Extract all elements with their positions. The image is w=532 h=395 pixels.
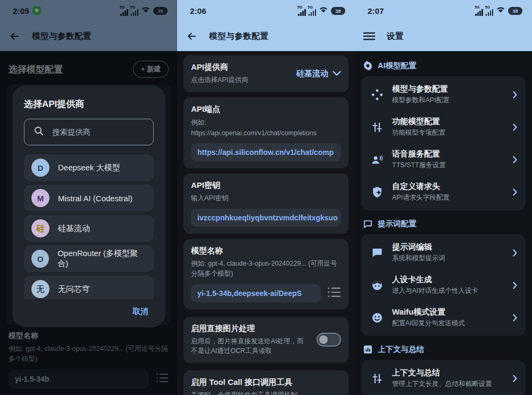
image-processing-title: 启用直接图片处理: [191, 324, 310, 334]
settings-item-custom-headers[interactable]: 自定义请求头 API请求头字段配置: [361, 176, 526, 208]
settings-item-waifu-mode[interactable]: Waifu模式设置 配置AI回复分句发送模式: [361, 301, 526, 334]
provider-picker-dialog: 选择API提供商 搜索提供商 D Deepseek 大模型 M Mistral …: [12, 85, 165, 327]
item-subtitle: 系统和模型提示词: [392, 254, 504, 263]
provider-name: OpenRouter (多模型聚合): [57, 249, 146, 269]
status-time: 2:06: [190, 6, 206, 15]
signal-icon-sim2: 5G: [309, 6, 317, 16]
chevron-right-icon: [513, 249, 517, 257]
chevron-down-icon: [332, 71, 341, 76]
provider-select[interactable]: 硅基流动: [296, 69, 341, 79]
page-title: 模型与参数配置: [209, 31, 269, 42]
provider-name: 无问芯穹: [58, 284, 90, 294]
api-endpoint-input[interactable]: https://api.siliconflow.cn/v1/chat/comp: [191, 143, 341, 161]
status-bar: 2:06 5G 5G 38: [177, 0, 355, 21]
screen-provider-modal: 2:05 5G 5G 39 模型与参数配置 选择模型配置 + 新建: [0, 0, 177, 395]
battery-icon: 38: [331, 7, 345, 15]
item-title: 上下文与总结: [392, 368, 504, 378]
settings-item-prompt-edit[interactable]: 提示词编辑 系统和模型提示词: [361, 236, 526, 269]
app-bar: 模型与参数配置: [177, 21, 355, 51]
prompts-card: 提示词编辑 系统和模型提示词 人设卡生成 进入与AI对话生成个性人设卡: [361, 234, 526, 336]
search-placeholder: 搜索提供商: [52, 127, 91, 137]
api-provider-card[interactable]: API提供商 点击选择API提供商 硅基流动: [184, 55, 348, 92]
image-processing-desc: 启用后，图片将直接发送给AI处理，而不是让AI通过OCR工具读取: [191, 336, 310, 357]
api-provider-subtitle: 点击选择API提供商: [191, 75, 248, 85]
item-title: 语音服务配置: [392, 149, 504, 159]
item-title: 自定义请求头: [392, 182, 504, 192]
status-icons: 5G 5G 38: [298, 6, 345, 16]
model-name-input[interactable]: yi-1.5-34b,deepseek-ai/DeepS: [191, 284, 321, 302]
item-title: 人设卡生成: [392, 275, 504, 285]
context-card: 上下文与总结 管理上下文长度、总结和截断设置: [361, 360, 526, 395]
api-key-subtitle: 输入API密钥: [191, 193, 341, 203]
signal-icon-sim2: 5G: [486, 6, 494, 16]
section-header-label: 上下文与总结: [378, 344, 424, 355]
provider-item-mistral[interactable]: M Mistral AI (Codestral): [24, 185, 154, 211]
tune-icon: [371, 122, 384, 133]
signal-icon-sim1: 5G: [475, 6, 483, 16]
provider-name: Mistral AI (Codestral): [58, 194, 132, 203]
cancel-button[interactable]: 取消: [132, 307, 148, 317]
status-time: 2:07: [368, 6, 384, 15]
api-provider-title: API提供商: [191, 62, 248, 72]
provider-name: Deepseek 大模型: [58, 163, 120, 173]
chevron-right-icon: [513, 188, 517, 196]
battery-icon: 38: [508, 7, 522, 15]
image-processing-toggle[interactable]: [317, 333, 341, 347]
section-context: 上下文与总结: [363, 344, 523, 355]
ai-model-card: 模型与参数配置 模型参数和API配置 功能模型配置 功能模型专项配置: [361, 76, 526, 210]
settings-item-voice[interactable]: 语音服务配置 TTS/STT服务设置: [361, 143, 526, 176]
model-list-icon[interactable]: [327, 286, 341, 300]
analytics-icon: [363, 345, 372, 354]
provider-avatar: D: [31, 159, 49, 177]
app-bar: 设置: [355, 21, 532, 51]
provider-avatar: 无: [31, 280, 49, 298]
tool-call-title: 启用 Tool Call 接口调用工具: [191, 377, 310, 388]
section-ai-model: AI模型配置: [363, 61, 523, 71]
provider-name: 硅基流动: [58, 224, 90, 234]
item-subtitle: 管理上下文长度、总结和截断设置: [392, 380, 504, 389]
back-arrow-icon[interactable]: [186, 30, 197, 42]
chevron-right-icon: [513, 375, 517, 382]
settings-item-model-params[interactable]: 模型与参数配置 模型参数和API配置: [361, 78, 526, 111]
chat-bubble-icon: [371, 248, 384, 258]
provider-item-siliconflow[interactable]: 硅 硅基流动: [24, 215, 154, 242]
provider-item-deepseek[interactable]: D Deepseek 大模型: [24, 154, 154, 181]
endpoint-example-label: 例如:: [191, 118, 341, 128]
form-body: API提供商 点击选择API提供商 硅基流动 API端点 例如: https:/…: [177, 51, 355, 395]
dialog-title: 选择API提供商: [24, 98, 154, 110]
item-subtitle: 配置AI回复分句发送模式: [392, 319, 504, 328]
item-title: Waifu模式设置: [392, 307, 504, 317]
api-key-input[interactable]: ivzccpnhkueqliyqbvntzvmdclfeitxgksuo: [191, 209, 341, 227]
settings-item-function-model[interactable]: 功能模型配置 功能模型专项配置: [361, 111, 526, 143]
api-key-title: API密钥: [191, 180, 341, 191]
model-name-title: 模型名称: [191, 246, 341, 256]
provider-item-openrouter[interactable]: O OpenRouter (多模型聚合): [24, 245, 154, 272]
section-prompts: 提示词配置: [363, 219, 523, 229]
item-subtitle: TTS/STT服务设置: [392, 161, 504, 170]
clock-text: 2:06: [190, 6, 206, 15]
model-name-help: 例如: gpt-4, claude-3-opus-20240229... (可用…: [191, 259, 341, 279]
chevron-right-icon: [513, 156, 517, 163]
clock-text: 2:07: [368, 6, 384, 15]
provider-search-input[interactable]: 搜索提供商: [24, 119, 154, 145]
provider-list: D Deepseek 大模型 M Mistral AI (Codestral) …: [24, 152, 154, 299]
model-name-card: 模型名称 例如: gpt-4, claude-3-opus-20240229..…: [184, 239, 348, 309]
tool-call-desc: 关闭时，会使用软件内工具调用机制，也可以完成工具调用。开启后，将会使用API的专…: [191, 390, 310, 395]
settings-body: AI模型配置 模型与参数配置 模型参数和API配置 功能模型配置 功能模型专项配…: [355, 51, 532, 395]
page-title: 设置: [387, 31, 404, 42]
item-title: 功能模型配置: [392, 117, 504, 127]
settings-item-persona-card[interactable]: 人设卡生成 进入与AI对话生成个性人设卡: [361, 269, 526, 301]
search-icon: [34, 126, 44, 138]
signal-icon-sim1: 5G: [298, 6, 306, 16]
hamburger-menu-icon[interactable]: [363, 30, 375, 42]
moves-icon: [371, 89, 384, 101]
provider-avatar: 硅: [31, 219, 49, 237]
provider-avatar: M: [31, 189, 49, 207]
wifi-icon: [496, 6, 505, 15]
endpoint-example-url: https://api.openai.com/v1/chat/completio…: [191, 128, 341, 138]
tool-call-card: 启用 Tool Call 接口调用工具 关闭时，会使用软件内工具调用机制，也可以…: [184, 371, 348, 395]
settings-item-context-summary[interactable]: 上下文与总结 管理上下文长度、总结和截断设置: [361, 362, 526, 394]
api-endpoint-title: API端点: [191, 104, 341, 114]
chat-outline-icon: [363, 220, 372, 228]
provider-item-infini[interactable]: 无 无问芯穹: [24, 276, 154, 299]
